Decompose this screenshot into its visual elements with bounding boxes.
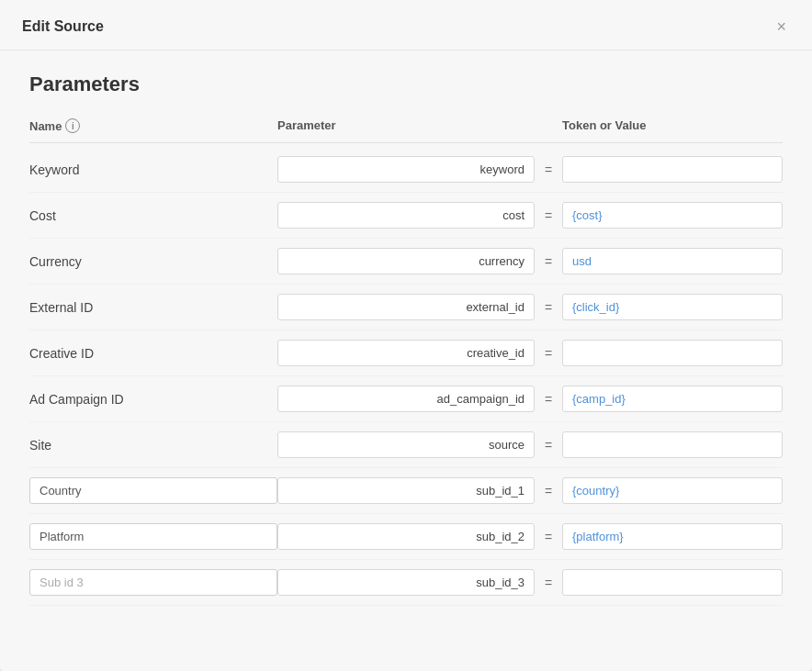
- modal-header: Edit Source ×: [0, 0, 812, 50]
- equals-currency: =: [535, 254, 562, 269]
- equals-country: =: [535, 484, 562, 498]
- value-input-external_id[interactable]: [562, 294, 783, 320]
- name-cell-country: Country: [29, 477, 277, 504]
- name-cell-external_id: External ID: [29, 300, 277, 315]
- col-header-parameter: Parameter: [277, 118, 535, 133]
- param-input-currency[interactable]: [277, 248, 535, 274]
- table-row: Platform=: [29, 514, 783, 560]
- value-input-ad_campaign_id[interactable]: [562, 386, 783, 412]
- parameters-table: Keyword=Cost=Currency=External ID=Creati…: [29, 147, 783, 606]
- col-header-equals: [535, 118, 562, 133]
- equals-sub_id_3: =: [535, 576, 562, 590]
- modal-body: Parameters Name i Parameter Token or Val…: [0, 50, 812, 628]
- table-row: Country=: [29, 468, 783, 514]
- value-input-currency[interactable]: [562, 248, 783, 274]
- value-input-cost[interactable]: [562, 202, 783, 229]
- modal-title: Edit Source: [22, 18, 104, 35]
- equals-external_id: =: [535, 300, 562, 315]
- table-header: Name i Parameter Token or Value: [29, 118, 783, 143]
- param-input-cost[interactable]: [277, 202, 535, 229]
- edit-source-modal: Edit Source × Parameters Name i Paramete…: [0, 0, 812, 671]
- table-row: Sub id 3=: [29, 560, 783, 606]
- equals-cost: =: [535, 208, 562, 223]
- table-row: Cost=: [29, 193, 783, 239]
- value-input-sub_id_3[interactable]: [562, 569, 783, 596]
- name-cell-site: Site: [29, 438, 277, 453]
- value-input-site[interactable]: [562, 431, 783, 458]
- param-input-country[interactable]: [277, 477, 535, 504]
- name-cell-keyword: Keyword: [29, 162, 277, 177]
- name-cell-ad_campaign_id: Ad Campaign ID: [29, 392, 277, 407]
- table-row: Ad Campaign ID=: [29, 376, 783, 422]
- col-header-name: Name i: [29, 118, 277, 133]
- value-input-platform[interactable]: [562, 523, 783, 550]
- table-row: Currency=: [29, 239, 783, 285]
- param-input-site[interactable]: [277, 431, 535, 458]
- col-header-token-value: Token or Value: [562, 118, 783, 133]
- close-button[interactable]: ×: [773, 17, 790, 37]
- section-title: Parameters: [29, 73, 783, 96]
- value-input-country[interactable]: [562, 477, 783, 504]
- param-input-keyword[interactable]: [277, 156, 535, 183]
- table-row: Keyword=: [29, 147, 783, 193]
- value-input-creative_id[interactable]: [562, 340, 783, 366]
- equals-keyword: =: [535, 162, 562, 177]
- table-row: Creative ID=: [29, 330, 783, 376]
- name-cell-currency: Currency: [29, 254, 277, 269]
- param-input-creative_id[interactable]: [277, 340, 535, 366]
- info-icon[interactable]: i: [65, 118, 80, 133]
- table-row: Site=: [29, 422, 783, 468]
- value-input-keyword[interactable]: [562, 156, 783, 183]
- equals-ad_campaign_id: =: [535, 392, 562, 407]
- equals-creative_id: =: [535, 346, 562, 361]
- param-input-platform[interactable]: [277, 523, 535, 550]
- param-input-sub_id_3[interactable]: [277, 569, 535, 596]
- equals-platform: =: [535, 530, 562, 544]
- table-row: External ID=: [29, 285, 783, 330]
- name-cell-sub_id_3: Sub id 3: [29, 569, 277, 596]
- name-cell-cost: Cost: [29, 208, 277, 223]
- param-input-external_id[interactable]: [277, 294, 535, 320]
- name-cell-platform: Platform: [29, 523, 277, 550]
- equals-site: =: [535, 438, 562, 453]
- name-cell-creative_id: Creative ID: [29, 346, 277, 361]
- param-input-ad_campaign_id[interactable]: [277, 386, 535, 412]
